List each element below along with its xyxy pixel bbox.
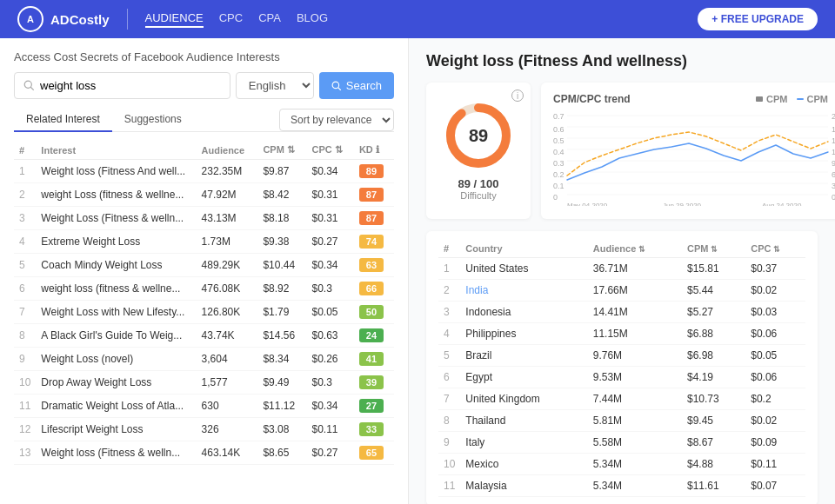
country-table-row: 9 Italy 5.58M $8.67 $0.09 <box>438 432 805 454</box>
row-interest-name: Weight Loss (Fitness & welln... <box>36 207 196 230</box>
header: A ADCostly AUDIENCE CPC CPA BLOG + FREE … <box>0 0 835 38</box>
country-row-num: 1 <box>438 258 460 280</box>
country-row-num: 2 <box>438 280 460 302</box>
sort-select[interactable]: Sort by relevance <box>279 109 394 131</box>
chart-title: CPM/CPC trend CPM CPM i <box>553 93 835 105</box>
row-cpm: $9.87 <box>257 160 306 183</box>
logo-text: ADCostly <box>50 12 110 27</box>
table-row[interactable]: 11 Dramatic Weight Loss of Atla... 630 $… <box>14 395 394 418</box>
nav-audience[interactable]: AUDIENCE <box>145 11 204 28</box>
search-button[interactable]: Search <box>319 72 394 99</box>
country-col-cpc[interactable]: CPC <box>745 240 805 258</box>
country-audience: 9.76M <box>588 345 682 367</box>
country-name: Italy <box>460 432 587 454</box>
row-cpm: $8.92 <box>257 277 306 301</box>
country-table-row: 4 Philippines 11.15M $6.88 $0.06 <box>438 323 805 345</box>
country-audience: 17.66M <box>588 280 682 302</box>
table-row[interactable]: 10 Drop Away Weight Loss 1,577 $9.49 $0.… <box>14 371 394 395</box>
table-row[interactable]: 3 Weight Loss (Fitness & welln... 43.13M… <box>14 207 394 230</box>
country-table-row: 5 Brazil 9.76M $6.98 $0.05 <box>438 345 805 367</box>
logo-icon: A <box>17 6 43 32</box>
country-col-audience[interactable]: Audience <box>588 240 682 258</box>
row-cpm: $8.42 <box>257 183 306 207</box>
row-kd: 27 <box>354 395 394 418</box>
table-row[interactable]: 12 Lifescript Weight Loss 326 $3.08 $0.1… <box>14 418 394 441</box>
difficulty-sublabel: Difficulty <box>460 190 496 201</box>
search-input[interactable] <box>40 79 221 92</box>
row-num: 1 <box>14 160 36 183</box>
country-name: Thailand <box>460 410 587 432</box>
country-audience: 5.34M <box>588 454 682 475</box>
row-kd: 65 <box>354 441 394 465</box>
logo[interactable]: A ADCostly <box>17 6 110 32</box>
row-cpc: $0.3 <box>306 371 353 395</box>
row-cpc: $0.34 <box>306 160 353 183</box>
nav-cpc[interactable]: CPC <box>219 11 243 28</box>
country-cpc: $0.06 <box>745 323 805 345</box>
country-audience: 7.44M <box>588 388 682 410</box>
row-num: 4 <box>14 230 36 254</box>
country-cpm: $15.81 <box>682 258 745 280</box>
table-row[interactable]: 9 Weight Loss (novel) 3,604 $8.34 $0.26 … <box>14 348 394 371</box>
row-cpc: $0.34 <box>306 395 353 418</box>
row-kd: 39 <box>354 371 394 395</box>
table-row[interactable]: 6 weight loss (fitness & wellne... 476.0… <box>14 277 394 301</box>
row-interest-name: weight Loss (fitness & wellne... <box>36 183 196 207</box>
svg-text:6: 6 <box>832 170 835 179</box>
country-row-num: 8 <box>438 410 460 432</box>
country-name[interactable]: India <box>460 280 587 302</box>
col-interest: Interest <box>36 141 196 160</box>
country-cpc: $0.03 <box>745 302 805 323</box>
row-cpc: $0.31 <box>306 183 353 207</box>
country-col-country: Country <box>460 240 587 258</box>
row-num: 3 <box>14 207 36 230</box>
country-cpc: $0.02 <box>745 280 805 302</box>
interest-table: # Interest Audience CPM ⇅ CPC ⇅ KD ℹ 1 W… <box>14 141 394 465</box>
upgrade-button[interactable]: + FREE UPGRADE <box>698 8 818 30</box>
difficulty-info-icon[interactable]: i <box>511 90 524 102</box>
row-cpc: $0.11 <box>306 418 353 441</box>
trend-chart: 0.7 0.6 0.5 0.4 0.3 0.2 0.1 0 21 18 15 1… <box>553 110 835 206</box>
col-cpc: CPC ⇅ <box>306 141 353 160</box>
search-icon <box>23 80 35 91</box>
row-kd: 24 <box>354 324 394 348</box>
country-audience: 14.41M <box>588 302 682 323</box>
country-cpm: $4.19 <box>682 367 745 388</box>
row-kd: 89 <box>354 160 394 183</box>
tab-related-interest[interactable]: Related Interest <box>14 108 112 132</box>
country-col-cpm[interactable]: CPM <box>682 240 745 258</box>
svg-text:0.3: 0.3 <box>553 159 564 168</box>
row-num: 2 <box>14 183 36 207</box>
row-kd: 63 <box>354 254 394 277</box>
table-row[interactable]: 5 Coach Mindy Weight Loss 489.29K $10.44… <box>14 254 394 277</box>
row-audience: 47.92M <box>197 183 258 207</box>
row-audience: 3,604 <box>197 348 258 371</box>
search-row: English Search <box>14 72 394 99</box>
col-cpm: CPM ⇅ <box>257 141 306 160</box>
country-audience: 11.15M <box>588 323 682 345</box>
country-table-row: 11 Malaysia 5.34M $11.61 $0.07 <box>438 475 805 497</box>
language-select[interactable]: English <box>236 72 314 99</box>
table-row[interactable]: 1 Weight loss (Fitness And well... 232.3… <box>14 160 394 183</box>
top-row: i 89 89 / 100 Difficulty <box>426 83 818 219</box>
table-row[interactable]: 4 Extreme Weight Loss 1.73M $9.38 $0.27 … <box>14 230 394 254</box>
country-cpm: $6.98 <box>682 345 745 367</box>
row-interest-name: Weight Loss (novel) <box>36 348 196 371</box>
nav-cpa[interactable]: CPA <box>258 11 281 28</box>
table-row[interactable]: 2 weight Loss (fitness & wellne... 47.92… <box>14 183 394 207</box>
tab-suggestions[interactable]: Suggestions <box>112 108 194 132</box>
country-cpm: $9.45 <box>682 410 745 432</box>
country-cpc: $0.06 <box>745 367 805 388</box>
country-cpc: $0.11 <box>745 454 805 475</box>
table-row[interactable]: 13 Weight loss (Fitness & welln... 463.1… <box>14 441 394 465</box>
nav-blog[interactable]: BLOG <box>297 11 328 28</box>
country-row-num: 10 <box>438 454 460 475</box>
row-kd: 66 <box>354 277 394 301</box>
row-cpc: $0.63 <box>306 324 353 348</box>
row-cpm: $8.18 <box>257 207 306 230</box>
col-audience: Audience <box>197 141 258 160</box>
table-row[interactable]: 7 Weight Loss with New Lifesty... 126.80… <box>14 301 394 324</box>
country-table-row: 2 India 17.66M $5.44 $0.02 <box>438 280 805 302</box>
table-row[interactable]: 8 A Black Girl's Guide To Weig... 43.74K… <box>14 324 394 348</box>
row-audience: 476.08K <box>197 277 258 301</box>
